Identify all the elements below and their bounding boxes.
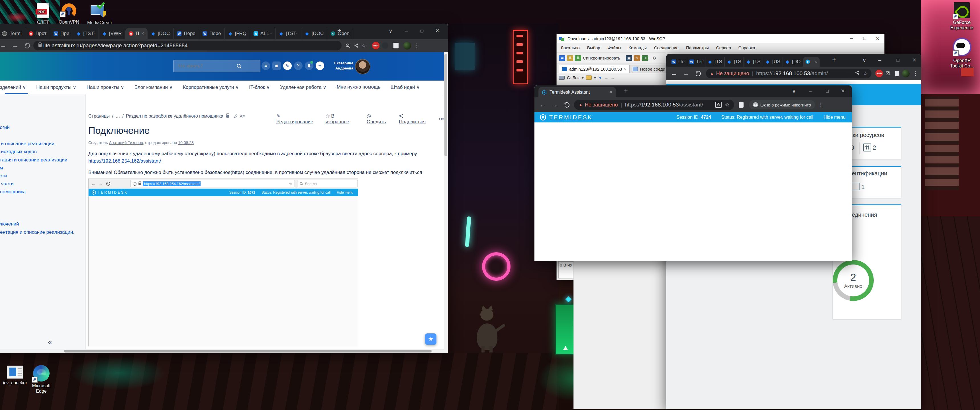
filter-icon[interactable]: ▼ bbox=[598, 75, 602, 80]
reader-extension-icon[interactable] bbox=[895, 71, 900, 76]
session-close-icon[interactable]: × bbox=[624, 67, 627, 72]
browser-tab[interactable]: Termi × bbox=[0, 28, 25, 39]
new-tab-button[interactable]: + bbox=[828, 56, 840, 64]
bookmark-star-icon[interactable] bbox=[361, 43, 366, 49]
page-tree-link[interactable]: иям bbox=[0, 165, 3, 171]
zoom-icon[interactable] bbox=[345, 43, 350, 48]
drive-label[interactable]: С: Лок bbox=[567, 75, 579, 80]
help-icon[interactable]: ? bbox=[294, 62, 302, 70]
browser-tab[interactable]: [TS × bbox=[725, 57, 744, 67]
camera-icon[interactable]: ◙ bbox=[272, 62, 281, 70]
winscp-menu-item[interactable]: Соединение bbox=[654, 45, 679, 50]
breadcrumb-link[interactable]: Страницы bbox=[88, 114, 110, 119]
page-tree-link[interactable]: ологий bbox=[0, 125, 10, 130]
nav-item[interactable]: Наши проекты ∨ bbox=[87, 84, 124, 90]
winscp-settings-icon[interactable]: ⚙ bbox=[653, 56, 656, 60]
vertical-scrollbar[interactable] bbox=[444, 52, 448, 349]
minimize-button[interactable] bbox=[873, 57, 886, 63]
folder-dropdown-caret[interactable]: ▾ bbox=[594, 75, 596, 80]
breadcrumb-ellipsis[interactable]: … bbox=[116, 114, 120, 119]
browser-tab[interactable]: По × bbox=[669, 57, 687, 67]
nav-forward-icon[interactable]: → bbox=[611, 75, 615, 80]
user-avatar[interactable] bbox=[355, 59, 370, 74]
desktop-icon-mediacreation[interactable]: MediaCreati bbox=[87, 3, 110, 25]
profile-avatar[interactable] bbox=[403, 42, 411, 49]
desktop-icon-openxr[interactable]: OpenXRToolkit Co... bbox=[949, 38, 975, 68]
nav-item[interactable]: Блог компании ∨ bbox=[134, 84, 173, 90]
winscp-close-button[interactable] bbox=[871, 35, 884, 43]
adblock-extension-icon[interactable]: ABP bbox=[875, 70, 883, 77]
page-tree-link[interactable]: ия исходных кодов bbox=[0, 149, 37, 154]
browser-tab[interactable]: × bbox=[803, 57, 819, 67]
browser-tab[interactable]: При × bbox=[50, 28, 73, 39]
more-actions[interactable]: ••• bbox=[439, 116, 444, 122]
close-button[interactable] bbox=[837, 87, 850, 95]
maximize-button[interactable] bbox=[891, 57, 905, 63]
bookmark-star-icon[interactable] bbox=[863, 70, 867, 76]
tab-close-icon[interactable]: × bbox=[610, 89, 612, 95]
extensions-puzzle-icon[interactable]: ⚄ bbox=[885, 70, 890, 76]
create-plus-icon[interactable]: + bbox=[316, 62, 324, 70]
winscp-upload-icon[interactable]: ⇅ bbox=[567, 55, 573, 61]
sidebar-collapse-icon[interactable]: « bbox=[48, 338, 52, 346]
page-tree-link[interactable]: ой части bbox=[0, 181, 14, 187]
share-action[interactable]: Поделиться bbox=[399, 113, 430, 125]
attachments-paperclip-icon[interactable] bbox=[233, 114, 238, 118]
browser-tab[interactable]: [TS × bbox=[705, 57, 724, 67]
new-tab-button[interactable]: + bbox=[333, 27, 345, 35]
back-button[interactable] bbox=[539, 101, 546, 108]
desktop-icon-edge[interactable]: MicrosoftEdge bbox=[29, 365, 54, 394]
folder-icon[interactable] bbox=[586, 75, 592, 80]
maximize-button[interactable] bbox=[415, 28, 428, 34]
tab-search-icon[interactable] bbox=[858, 57, 871, 64]
winscp-menu-item[interactable]: Команды bbox=[628, 45, 647, 50]
reload-button[interactable] bbox=[564, 102, 570, 108]
page-tree-link[interactable]: дключений bbox=[0, 221, 19, 227]
page-tree-link[interactable]: ентация и описание реализации. bbox=[0, 157, 68, 163]
winscp-session-tab-active[interactable]: admin123@192.168.100.53 × bbox=[559, 65, 630, 73]
extension-icon[interactable] bbox=[382, 43, 388, 49]
browser-tab[interactable]: Пере × bbox=[199, 28, 225, 39]
assistant-tab[interactable]: Termidesk Assistant × bbox=[538, 87, 616, 97]
scrollbar-thumb[interactable] bbox=[64, 350, 431, 353]
breadcrumb-link[interactable]: Раздел по разработке удалённого помощник… bbox=[126, 114, 223, 119]
horizontal-scrollbar[interactable] bbox=[0, 349, 448, 353]
minimize-button[interactable] bbox=[804, 88, 817, 94]
winscp-download-icon[interactable]: ⇊ bbox=[575, 55, 581, 61]
winscp-maximize-button[interactable] bbox=[858, 35, 871, 43]
winscp-transfer-icon[interactable]: ⇥ bbox=[642, 55, 648, 61]
hide-menu-button[interactable]: Hide menu bbox=[824, 115, 846, 120]
browser-menu-icon[interactable] bbox=[913, 70, 918, 77]
winscp-queue-icon[interactable]: ⇄ bbox=[559, 55, 565, 61]
back-button[interactable] bbox=[0, 42, 6, 49]
winscp-edit-icon[interactable]: ✎ bbox=[634, 55, 640, 61]
browser-tab[interactable]: Прот × bbox=[25, 28, 51, 39]
nav-item[interactable]: Корпоративные услуги ∨ bbox=[183, 84, 239, 90]
winscp-sync-label[interactable]: Синхронизировать bbox=[583, 56, 620, 60]
share-icon[interactable] bbox=[855, 70, 859, 75]
favorite-float-button[interactable]: ★ bbox=[425, 334, 436, 345]
search-input[interactable] bbox=[173, 60, 260, 72]
apps-icon[interactable]: ≡ bbox=[261, 62, 270, 70]
browser-tab[interactable]: [VWR × bbox=[99, 28, 125, 39]
forward-button[interactable] bbox=[552, 101, 558, 108]
browser-tab[interactable]: [DOC × bbox=[301, 28, 328, 39]
browser-menu-icon[interactable] bbox=[414, 42, 420, 49]
browser-tab[interactable]: [TS × bbox=[744, 57, 763, 67]
reload-button[interactable] bbox=[24, 43, 30, 48]
winscp-menu-item[interactable]: Справка bbox=[738, 45, 755, 50]
browser-tab[interactable]: П × bbox=[125, 28, 148, 39]
nav-item[interactable]: Штаб идей ∨ bbox=[391, 84, 420, 90]
winscp-minimize-button[interactable] bbox=[845, 35, 858, 43]
profile-avatar[interactable] bbox=[902, 70, 910, 78]
nav-item[interactable]: Мне нужна помощь bbox=[337, 84, 380, 90]
nav-item[interactable]: Удалённая работа ∨ bbox=[280, 84, 326, 90]
winscp-title-bar[interactable]: Downloads - admin123@192.168.100.53 - Wi… bbox=[557, 34, 884, 43]
winscp-menu-item[interactable]: Сервер bbox=[716, 45, 731, 50]
reader-extension-icon[interactable] bbox=[393, 43, 399, 48]
tab-close-icon[interactable]: × bbox=[815, 59, 817, 64]
winscp-session-tab-new[interactable]: Новое соеди bbox=[630, 65, 668, 73]
browser-tab[interactable]: [TST- × bbox=[73, 28, 99, 39]
forward-button[interactable] bbox=[12, 42, 18, 49]
browser-tab[interactable]: Ter × bbox=[687, 57, 706, 67]
